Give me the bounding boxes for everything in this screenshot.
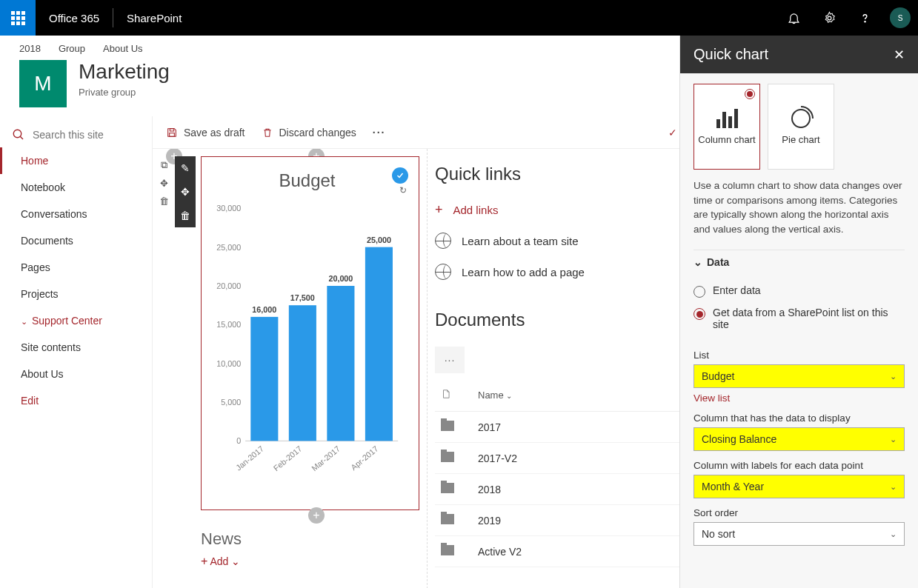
nav-pages[interactable]: Pages: [0, 254, 152, 281]
chevron-down-icon: ⌄: [694, 256, 702, 268]
webpart-inner-tools: ✎ ✥ 🗑: [175, 156, 196, 227]
reload-icon[interactable]: ↻: [399, 185, 407, 196]
property-panel: Quick chart ✕ Column chart Pie chart Use…: [679, 36, 918, 588]
radio-icon: [694, 308, 705, 320]
data-section-header[interactable]: ⌄Data: [694, 250, 905, 274]
more-commands[interactable]: ···: [373, 127, 386, 138]
documents-more[interactable]: ···: [435, 347, 465, 373]
svg-text:Feb-2017: Feb-2017: [272, 444, 304, 473]
drag-icon[interactable]: ✥: [175, 180, 196, 204]
chart-type-column[interactable]: Column chart: [694, 84, 760, 170]
svg-text:16,000: 16,000: [252, 305, 276, 314]
news-title: News: [201, 529, 419, 549]
site-subtitle: Private group: [79, 87, 170, 98]
user-avatar[interactable]: S: [882, 0, 918, 36]
delete-icon[interactable]: 🗑: [155, 192, 173, 210]
svg-rect-26: [365, 247, 393, 441]
radio-enter-data[interactable]: Enter data: [694, 280, 905, 302]
nav-conversations[interactable]: Conversations: [0, 201, 152, 227]
chevron-down-icon: ⌄: [890, 435, 897, 444]
help-text: Use a column chart to show data changes …: [694, 178, 905, 236]
sharepoint-link[interactable]: SharePoint: [113, 12, 195, 24]
svg-text:20,000: 20,000: [216, 281, 241, 290]
settings-icon[interactable]: [811, 0, 847, 36]
move-icon[interactable]: ✥: [155, 174, 173, 192]
svg-text:30,000: 30,000: [216, 204, 241, 213]
svg-rect-17: [250, 317, 278, 441]
svg-line-4: [20, 136, 23, 139]
globe-icon: [435, 264, 451, 280]
view-list-link[interactable]: View list: [694, 392, 905, 404]
svg-text:0: 0: [236, 436, 241, 445]
sort-label: Sort order: [694, 507, 905, 518]
radio-get-data[interactable]: Get data from a SharePoint list on this …: [694, 302, 905, 335]
top-bar: Office 365 SharePoint S: [0, 0, 918, 36]
nav-projects[interactable]: Projects: [0, 281, 152, 307]
svg-text:Mar-2017: Mar-2017: [310, 444, 342, 473]
site-title: Marketing: [79, 60, 170, 84]
label-column-label: Column with labels for each data point: [694, 460, 905, 471]
list-dropdown[interactable]: Budget⌄: [694, 364, 905, 388]
chevron-down-icon: ⌄: [890, 482, 897, 492]
folder-icon: [441, 514, 454, 524]
pie-chart-icon: [791, 109, 811, 128]
help-icon[interactable]: [847, 0, 882, 36]
label-column-dropdown[interactable]: Month & Year⌄: [694, 475, 905, 498]
svg-text:17,500: 17,500: [290, 293, 315, 302]
trash-icon[interactable]: 🗑: [175, 204, 196, 227]
svg-point-1: [864, 21, 865, 21]
nav-site-contents[interactable]: Site contents: [0, 334, 152, 361]
folder-icon: [441, 452, 454, 462]
app-launcher[interactable]: [0, 0, 36, 36]
site-logo[interactable]: M: [19, 60, 67, 107]
chevron-down-icon: ⌄: [890, 529, 897, 539]
office-link[interactable]: Office 365: [36, 12, 113, 24]
data-column-dropdown[interactable]: Closing Balance⌄: [694, 427, 905, 451]
svg-text:Apr-2017: Apr-2017: [349, 444, 380, 472]
nav-home[interactable]: Home: [0, 147, 152, 174]
svg-point-0: [828, 16, 831, 20]
discard-icon: [262, 127, 273, 138]
duplicate-icon[interactable]: ⧉: [155, 156, 173, 174]
radio-icon: [694, 286, 705, 298]
svg-point-3: [13, 130, 21, 138]
folder-icon: [441, 483, 454, 493]
breadcrumb-item[interactable]: 2018: [19, 43, 41, 54]
data-column-label: Column that has the data to display: [694, 412, 905, 424]
search-icon: [12, 128, 25, 141]
breadcrumb-item[interactable]: About Us: [103, 43, 142, 54]
save-draft-button[interactable]: Save as draft: [166, 127, 245, 138]
nav-about[interactable]: About Us: [0, 361, 152, 387]
notifications-icon[interactable]: [776, 0, 811, 36]
nav-documents[interactable]: Documents: [0, 227, 152, 254]
breadcrumb-item[interactable]: Group: [59, 43, 85, 54]
plus-icon: +: [435, 202, 443, 218]
add-webpart-bottom[interactable]: +: [308, 507, 325, 524]
svg-text:5,000: 5,000: [221, 398, 241, 407]
news-add-button[interactable]: + Add ⌄: [201, 555, 419, 568]
nav-edit[interactable]: Edit: [0, 387, 152, 414]
nav-support[interactable]: ⌄Support Center: [0, 307, 152, 334]
search-box[interactable]: [0, 122, 152, 147]
svg-text:20,000: 20,000: [328, 274, 353, 283]
save-icon: [166, 127, 178, 138]
nav-notebook[interactable]: Notebook: [0, 174, 152, 201]
webpart-outer-tools: ⧉ ✥ 🗑: [155, 156, 173, 210]
folder-icon: [441, 421, 454, 431]
discard-button[interactable]: Discard changes: [262, 127, 356, 138]
close-icon[interactable]: ✕: [894, 47, 905, 63]
svg-text:Jan-2017: Jan-2017: [234, 444, 265, 472]
edit-icon[interactable]: ✎: [175, 156, 196, 180]
svg-rect-5: [170, 128, 173, 130]
radio-selected-icon: [745, 89, 755, 99]
waffle-icon: [11, 11, 25, 25]
chart-type-pie[interactable]: Pie chart: [768, 84, 834, 170]
chart-plot: 05,00010,00015,00020,00025,00030,00016,0…: [209, 191, 405, 487]
svg-text:15,000: 15,000: [216, 320, 241, 329]
chevron-down-icon: ⌄: [21, 317, 27, 327]
sort-dropdown[interactable]: No sort⌄: [694, 522, 905, 546]
search-input[interactable]: [33, 129, 136, 141]
chart-title: Budget: [209, 170, 405, 191]
chevron-down-icon: ⌄: [506, 392, 512, 400]
chart-webpart[interactable]: Budget ↻ 05,00010,00015,00020,00025,0003…: [201, 156, 419, 510]
